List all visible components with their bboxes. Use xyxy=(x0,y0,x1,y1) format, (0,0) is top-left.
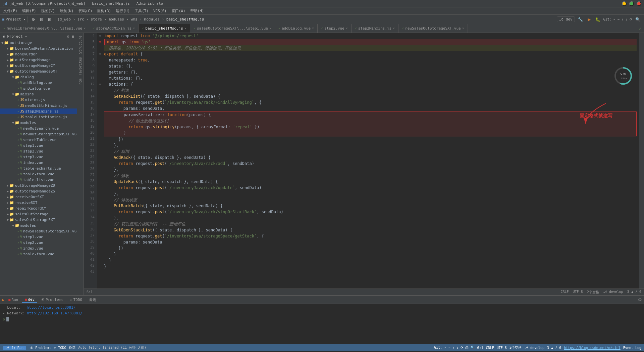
status-problems[interactable]: ⑥ Problems xyxy=(30,346,51,350)
local-url[interactable]: http://localhost:8081/ xyxy=(27,305,76,310)
tree-step2-sales[interactable]: ✓ V step2.vue xyxy=(0,240,77,246)
branch-name[interactable]: ⎇ develop xyxy=(603,290,623,295)
tab-step2[interactable]: ✓ step2.vue × xyxy=(318,24,352,33)
tree-mixinsjs[interactable]: ✓ JS mixins.js xyxy=(0,97,77,103)
tree-table-list[interactable]: ✓ V table-list.vue xyxy=(0,177,77,183)
panel-settings[interactable]: ⚙ xyxy=(638,297,642,302)
sync-button[interactable]: ⚙ xyxy=(30,16,37,23)
dev-branch-indicator[interactable]: ⎇ dev xyxy=(557,16,575,22)
tab-close-move[interactable]: × xyxy=(84,27,86,30)
tree-tableListMinxins[interactable]: ✓ JS tableListMinxins.js xyxy=(0,114,77,120)
tree-mixins[interactable]: ▼ 📁 mixins xyxy=(0,91,77,97)
tab-close-store[interactable]: × xyxy=(133,27,135,30)
menu-tools[interactable]: 工具(T) xyxy=(132,8,151,14)
tab-basicShelf[interactable]: ✓ basic_shelfMsg.js × xyxy=(139,24,190,33)
menu-view[interactable]: 视图(V) xyxy=(39,8,57,14)
tree-outstorage[interactable]: ▼ 📁 outstorage xyxy=(0,40,77,46)
status-backfetch[interactable]: 备选 xyxy=(69,345,75,350)
tab-salesOut[interactable]: ✓ salesOutStorageSXT\...\step1.vue × xyxy=(190,24,275,33)
tree-newOutStorageSteps[interactable]: ✓ V newOutStorageStepsSXT.vue xyxy=(0,131,77,137)
git-sync[interactable]: Git: ✓ → ↑ ↓ ⟳ 凸 🔍 xyxy=(434,345,474,350)
tree-outStorageManageCY[interactable]: ▶ 📁 outStorageManageCY xyxy=(0,63,77,69)
menu-refactor[interactable]: 重构(R) xyxy=(95,8,113,14)
tab-close-newsales[interactable]: × xyxy=(462,27,464,30)
sidebar-settings[interactable]: ⚙ xyxy=(67,34,69,39)
tree-newSalesOut[interactable]: ✓ V newSalesOutStorageSXT.vue xyxy=(0,228,77,234)
tree-step1-sales[interactable]: ✓ V step1.vue xyxy=(0,234,77,240)
tree-addDialog[interactable]: ✓ V addDialog.vue xyxy=(0,80,77,86)
tree-snDialog[interactable]: ✓ V snDialog.vue xyxy=(0,86,77,91)
favorites-panel-label[interactable]: Favorites xyxy=(78,57,82,75)
tree-step3[interactable]: ✓ V step3.vue xyxy=(0,154,77,160)
tab-storeAddMixin[interactable]: ✓ storeAddMixin.js × xyxy=(89,24,139,33)
tab-backfetch[interactable]: 备选 xyxy=(86,297,99,303)
tree-step2-vue[interactable]: ✓ V step2.vue xyxy=(0,148,77,154)
tab-close-step2m[interactable]: × xyxy=(393,27,395,30)
menu-file[interactable]: 文件(F) xyxy=(1,8,19,14)
event-log[interactable]: Event Log xyxy=(623,346,641,350)
npm-panel-label[interactable]: npm xyxy=(78,79,82,85)
menu-help[interactable]: 帮助(H) xyxy=(188,8,206,14)
menu-window[interactable]: 窗口(W) xyxy=(169,8,187,14)
code-text[interactable]: import request from '@/plugins/request' … xyxy=(97,33,639,275)
tree-salesOutStorageSXT[interactable]: ▼ 📁 salesOutStorageSXT xyxy=(0,217,77,223)
tree-newOutStrMinxins[interactable]: ✓ JS newOutStrMinxins.js xyxy=(0,103,77,108)
tab-moveLibrary[interactable]: ✓ moveLibraryManageSXT\...\step1.vue × xyxy=(0,24,89,33)
tab-run[interactable]: ■ Run xyxy=(6,297,21,303)
menu-nav[interactable]: 导航(N) xyxy=(58,8,76,14)
tree-modules-sxt[interactable]: ▼ 📁 modules xyxy=(0,120,77,126)
tab-step2Minxins[interactable]: ✓ step2Minxins.js × xyxy=(352,24,398,33)
tree-step2Minxins[interactable]: ✓ JS step2Minxins.js xyxy=(0,108,77,114)
tree-newOutSearch[interactable]: ✓ V newOutSearch.vue xyxy=(0,126,77,131)
menu-vcs[interactable]: VCS(S) xyxy=(151,8,169,14)
tab-close-shelf[interactable]: × xyxy=(184,27,186,30)
tree-salesOutStorage[interactable]: ▶ 📁 salesOutStorage xyxy=(0,211,77,217)
tree-searchTable[interactable]: ✓ V searchTable.vue xyxy=(0,137,77,143)
blog-link[interactable]: https://blog.csdn.net/m/sinl xyxy=(564,346,621,350)
branch-indicator[interactable]: ⎇ develop xyxy=(524,346,544,350)
git-branch-status[interactable]: ⎇ 4: Run xyxy=(3,346,26,350)
vcs-button[interactable]: 🔧 xyxy=(576,16,585,23)
tab-todo[interactable]: ☑ TODO xyxy=(67,297,85,303)
tab-close-salesout[interactable]: × xyxy=(269,27,271,30)
network-url[interactable]: http://192.168.1.47:8081/ xyxy=(27,311,83,315)
tree-moneyOrder[interactable]: ▶ 📁 moneyOrder xyxy=(0,51,77,57)
editor-scrollbar[interactable] xyxy=(639,33,644,289)
tree-table-form[interactable]: ✓ V table-form.vue xyxy=(0,171,77,177)
maximize-button[interactable] xyxy=(629,1,634,6)
tree-outStorageManageZS[interactable]: ▶ 📁 outStorageManageZS xyxy=(0,188,77,194)
status-todo[interactable]: ☑ TODO xyxy=(54,346,66,350)
tree-receiveSXT[interactable]: ▶ 📁 receiveSXT xyxy=(0,200,77,206)
menu-edit[interactable]: 编辑(E) xyxy=(20,8,38,14)
terminal-prompt[interactable]: $ xyxy=(3,317,641,321)
tree-borrowReturn[interactable]: ▶ 📁 borrowAndReturnApplication xyxy=(0,46,77,51)
run-config-button[interactable]: ▶ xyxy=(586,16,592,23)
tab-close-add[interactable]: × xyxy=(312,27,314,30)
search-button[interactable]: 🔍 xyxy=(634,16,642,23)
structure-panel-label[interactable]: Structure xyxy=(78,36,82,54)
tree-outStorageManageSXT[interactable]: ▼ 📁 outStorageManageSXT xyxy=(0,69,77,74)
tab-problems[interactable]: ⑥ Problems xyxy=(39,297,66,303)
expand-button[interactable]: ⊞ xyxy=(46,16,53,23)
tab-addDialog[interactable]: ✓ addDialog.vue × xyxy=(275,24,318,33)
collapse-button[interactable]: ⊟ xyxy=(38,16,45,23)
tree-outStorageManage[interactable]: ▶ 📁 outStorageManage xyxy=(0,57,77,63)
tree-dialog[interactable]: ▼ 📁 dialog xyxy=(0,74,77,80)
minimize-button[interactable] xyxy=(622,1,627,6)
tree-outStorageManageZD[interactable]: ▶ 📁 outStorageManageZD xyxy=(0,183,77,188)
tree-receiveOutSXT[interactable]: ▶ 📁 receiveOutSXT xyxy=(0,194,77,200)
tree-index-sales[interactable]: ✓ V index.vue xyxy=(0,246,77,251)
tab-dev[interactable]: ■ dev xyxy=(22,297,37,303)
tree-table-form-sales[interactable]: ✓ V table-form.vue xyxy=(0,251,77,257)
tree-modules-sales[interactable]: ▼ 📁 modules xyxy=(0,223,77,228)
debug-button[interactable]: 🐛 xyxy=(594,16,602,23)
tree-repairRecordCY[interactable]: ▶ 📁 repairRecordCY xyxy=(0,206,77,211)
tree-index[interactable]: ✓ V index.vue xyxy=(0,160,77,166)
tab-close-step2[interactable]: × xyxy=(346,27,348,30)
tab-newSales[interactable]: ✓ newSalesOutStorageSXT.vue × xyxy=(398,24,468,33)
code-view[interactable]: 4 5 6 7 8 9 10 11 12 13 14 15 16 17 18 1… xyxy=(84,33,644,289)
tree-table-echarts[interactable]: ✓ V table-echarts.vue xyxy=(0,166,77,171)
close-button[interactable] xyxy=(637,1,641,6)
menu-run[interactable]: 运行(U) xyxy=(114,8,132,14)
sidebar-collapse[interactable]: ⊟ xyxy=(72,34,74,39)
